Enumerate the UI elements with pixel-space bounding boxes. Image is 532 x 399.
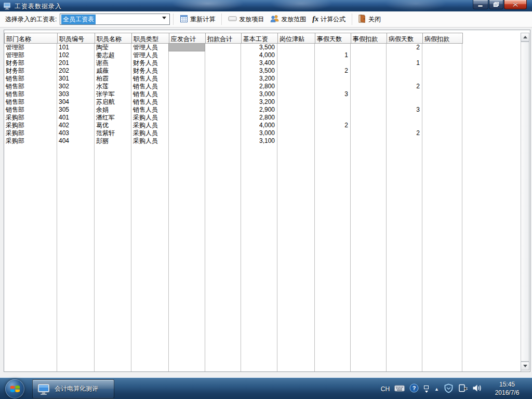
show-hidden-icons-button[interactable]: ▲ [434,387,439,392]
table-cell[interactable]: 苏启航 [95,98,131,106]
table-cell[interactable] [205,75,241,83]
table-cell[interactable]: 陶莹 [95,44,131,51]
table-cell[interactable] [387,98,422,106]
table-cell[interactable]: 张学军 [95,90,131,98]
column-header-2[interactable]: 职员名称 [95,33,132,44]
table-cell[interactable]: 4,000 [241,122,277,129]
table-cell[interactable] [277,83,315,90]
table-cell[interactable] [422,98,462,106]
table-cell[interactable] [277,44,315,51]
column-header-7[interactable]: 岗位津贴 [277,33,315,44]
security-shield-icon[interactable] [444,383,454,395]
table-cell[interactable]: 财务部 [4,67,57,75]
table-cell[interactable] [169,98,205,106]
table-cell[interactable]: 3 [387,106,422,114]
table-cell[interactable] [205,83,241,90]
table-cell[interactable] [422,75,462,83]
table-cell[interactable] [277,122,315,129]
table-cell[interactable]: 财务部 [4,59,57,67]
table-cell[interactable]: 姜志超 [95,51,131,59]
volume-icon[interactable] [472,384,482,394]
table-cell[interactable]: 销售人员 [131,98,169,106]
table-cell[interactable]: 2 [315,67,351,75]
payroll-select-combobox[interactable]: 全员工资表 [60,14,170,25]
table-cell[interactable]: 采购人员 [131,114,169,122]
table-cell[interactable]: 采购人员 [131,122,169,129]
table-cell[interactable]: 彭丽 [95,137,131,145]
language-indicator[interactable]: CH [381,385,390,393]
table-cell[interactable] [422,90,462,98]
table-cell[interactable] [422,122,462,129]
table-cell[interactable]: 管理部 [4,51,57,59]
close-window-button[interactable]: 关闭 [355,13,384,26]
column-header-1[interactable]: 职员编号 [57,33,95,44]
table-cell[interactable]: 3,000 [241,90,277,98]
table-cell[interactable] [315,106,351,114]
table-cell[interactable]: 柏霞 [95,75,131,83]
column-header-5[interactable]: 扣款合计 [205,33,242,44]
table-cell[interactable] [315,83,351,90]
keyboard-icon[interactable] [394,385,405,393]
table-cell[interactable]: 2,800 [241,114,277,122]
close-button[interactable] [504,0,527,9]
table-cell[interactable] [351,75,387,83]
table-cell[interactable]: 303 [57,90,95,98]
pay-scope-button[interactable]: 发放范围 [267,13,309,25]
table-cell[interactable] [169,137,205,145]
restore-button[interactable] [489,0,503,9]
table-cell[interactable]: 销售部 [4,106,57,114]
table-cell[interactable] [351,44,387,51]
table-cell[interactable] [277,51,315,59]
table-cell[interactable] [169,75,205,83]
table-cell[interactable]: 销售部 [4,98,57,106]
table-cell[interactable] [169,51,205,59]
table-cell[interactable] [169,90,205,98]
table-cell[interactable] [315,59,351,67]
table-cell[interactable]: 202 [57,67,95,75]
table-cell[interactable]: 销售人员 [131,83,169,90]
scroll-down-button[interactable] [521,362,529,370]
table-cell[interactable]: 401 [57,114,95,122]
scroll-up-button[interactable] [521,33,529,42]
chevron-down-icon[interactable] [162,17,166,19]
table-cell[interactable]: 302 [57,83,95,90]
table-cell[interactable]: 销售人员 [131,90,169,98]
column-header-0[interactable]: 部门名称 [4,33,58,44]
table-cell[interactable]: 404 [57,137,95,145]
table-cell[interactable]: 402 [57,122,95,129]
table-cell[interactable] [351,90,387,98]
table-cell[interactable] [351,129,387,137]
table-cell[interactable]: 余娟 [95,106,131,114]
pay-items-button[interactable]: 发放项目 [225,14,267,25]
table-cell[interactable]: 3,200 [241,98,277,106]
table-cell[interactable]: 2 [387,44,422,51]
table-cell[interactable]: 销售人员 [131,106,169,114]
table-cell[interactable] [205,129,241,137]
table-cell[interactable] [277,67,315,75]
table-cell[interactable] [315,75,351,83]
column-header-4[interactable]: 应发合计 [169,33,206,44]
network-icon[interactable] [458,384,468,394]
table-cell[interactable]: 101 [57,44,95,51]
table-cell[interactable]: 1 [387,59,422,67]
desktop-preview-icon[interactable] [423,385,430,393]
table-cell[interactable]: 305 [57,106,95,114]
table-cell[interactable] [205,137,241,145]
table-cell[interactable] [351,59,387,67]
table-cell[interactable]: 2 [387,129,422,137]
table-cell[interactable]: 管理部 [4,44,57,51]
table-cell[interactable]: 水莲 [95,83,131,90]
column-header-11[interactable]: 病假扣款 [422,33,463,44]
table-cell[interactable] [422,59,462,67]
table-cell[interactable] [205,98,241,106]
table-cell[interactable] [169,106,205,114]
table-cell[interactable] [277,137,315,145]
scrollbar-thumb[interactable] [521,42,529,362]
table-cell[interactable] [387,137,422,145]
table-cell[interactable] [387,122,422,129]
table-cell[interactable]: 销售人员 [131,75,169,83]
table-cell[interactable] [205,67,241,75]
table-cell[interactable]: 销售部 [4,83,57,90]
table-cell[interactable]: 3 [315,90,351,98]
table-cell[interactable] [422,51,462,59]
